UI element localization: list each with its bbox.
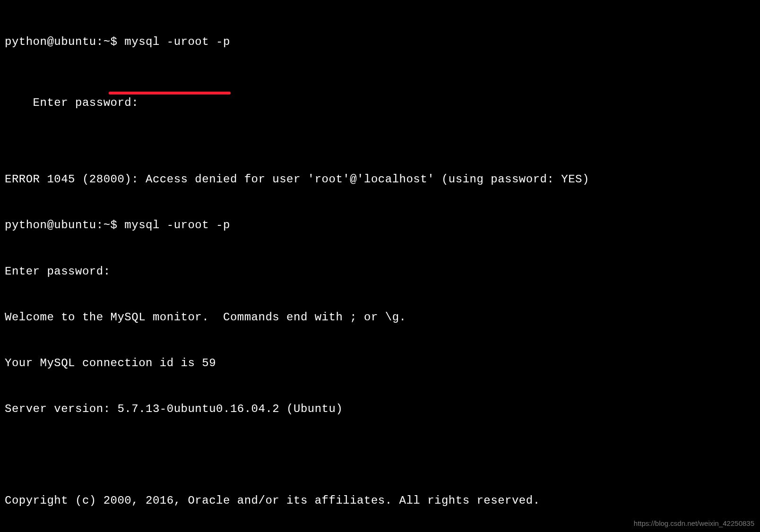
- terminal-line: python@ubuntu:~$ mysql -uroot -p: [5, 34, 755, 50]
- terminal-line: Your MySQL connection id is 59: [5, 356, 755, 371]
- terminal-output[interactable]: python@ubuntu:~$ mysql -uroot -p Enter p…: [5, 4, 755, 532]
- terminal-line: Enter password:: [5, 264, 755, 279]
- terminal-line: Server version: 5.7.13-0ubuntu0.16.04.2 …: [5, 402, 755, 417]
- terminal-line: ERROR 1045 (28000): Access denied for us…: [5, 172, 755, 187]
- terminal-text: Enter password:: [33, 96, 139, 109]
- terminal-line: Copyright (c) 2000, 2016, Oracle and/or …: [5, 493, 755, 508]
- terminal-line: [5, 447, 755, 463]
- watermark-text: https://blog.csdn.net/weixin_42250835: [634, 519, 754, 528]
- highlight-underline: [109, 92, 231, 94]
- terminal-line: Welcome to the MySQL monitor. Commands e…: [5, 310, 755, 325]
- terminal-line: python@ubuntu:~$ mysql -uroot -p: [5, 218, 755, 233]
- terminal-line: Enter password:: [5, 80, 755, 142]
